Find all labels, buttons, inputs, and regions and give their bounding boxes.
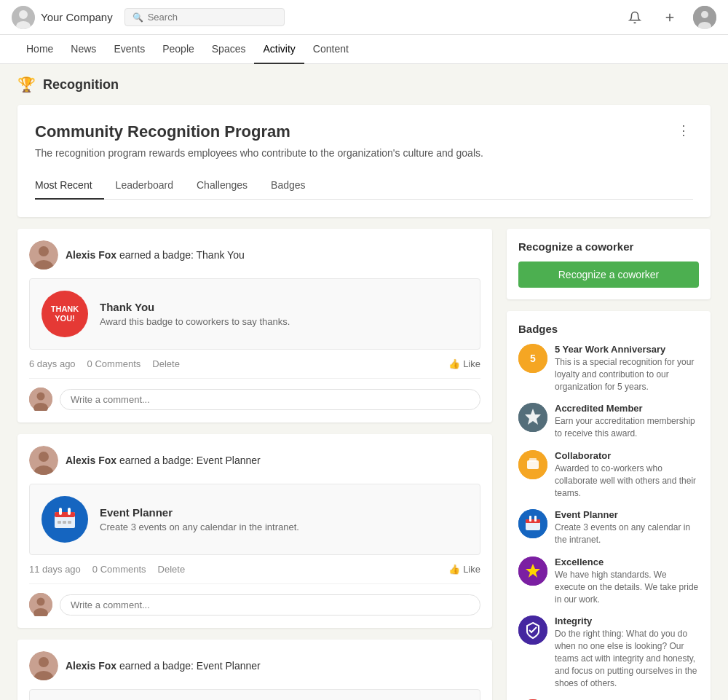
badge-list-info: Event Planner Create 3 events on any cal… [555,509,699,546]
recognize-coworker-button[interactable]: Recognize a coworker [518,261,699,288]
trophy-icon: 🏆 [17,76,36,93]
event-planner-badge-icon [518,509,547,538]
activity-card: Alexis Fox earned a badge: Thank You THA… [17,229,492,422]
svg-point-28 [39,657,49,667]
avatar [29,651,58,680]
badge-list-name: Integrity [555,616,699,626]
company-avatar [12,6,35,29]
badge-name: Thank You [100,301,290,313]
program-description: The recognition program rewards employee… [35,147,693,159]
nav-item-content[interactable]: Content [304,35,357,64]
top-bar: Your Company 🔍 [0,0,728,35]
list-item: 5 5 Year Work Anniversary This is a spec… [518,344,699,393]
list-item: Excellence We have high standards. We ex… [518,557,699,605]
program-card: ⋮ Community Recognition Program The reco… [17,105,711,217]
activity-title: Alexis Fox earned a badge: Event Planner [66,455,261,466]
page-title: Recognition [43,77,119,93]
content-grid: Alexis Fox earned a badge: Thank You THA… [0,229,728,700]
delete-link[interactable]: Delete [158,564,186,575]
search-bar[interactable]: 🔍 [124,8,285,26]
program-tabs: Most Recent Leaderboard Challenges Badge… [35,173,693,200]
like-icon: 👍 [448,358,460,369]
comment-input[interactable] [60,594,480,616]
badge-list-desc: Awarded to co-workers who collaborate we… [555,463,699,499]
company-logo[interactable]: Your Company [12,6,113,29]
tab-leaderboard[interactable]: Leaderboard [104,173,185,200]
badge-list-name: Accredited Member [555,403,699,414]
badge-list-desc: This is a special recognition for your l… [555,356,699,393]
comment-row [29,583,480,616]
activity-card: Alexis Fox earned a badge: Event Planner [17,434,492,628]
svg-rect-22 [63,521,66,524]
badge-list-name: Excellence [555,557,699,567]
accredited-badge-icon [518,403,547,432]
like-button[interactable]: 👍 Like [448,564,480,575]
page-header: 🏆 Recognition [0,64,728,105]
tab-most-recent[interactable]: Most Recent [35,173,104,200]
commenter-avatar [29,593,52,616]
svg-rect-20 [68,508,71,515]
tab-badges[interactable]: Badges [259,173,317,200]
user-avatar[interactable] [693,6,716,29]
feed-column: Alexis Fox earned a badge: Thank You THA… [17,229,492,700]
integrity-badge-icon [518,616,547,645]
svg-rect-46 [529,458,537,462]
badge-list-name: 5 Year Work Anniversary [555,344,699,355]
activity-title: Alexis Fox earned a badge: Thank You [66,249,245,261]
list-item: Accredited Member Earn your accreditatio… [518,403,699,440]
excellence-badge-icon [518,557,547,586]
delete-link[interactable]: Delete [152,358,180,369]
svg-rect-49 [526,519,540,523]
svg-point-9 [39,246,49,256]
sidebar-column: Recognize a coworker Recognize a coworke… [507,229,711,700]
badge-list-name: Event Planner [555,509,699,520]
svg-point-6 [701,11,708,18]
search-icon: 🔍 [132,12,143,23]
badge-list-desc: We have high standards. We execute on th… [555,569,699,605]
nav-item-spaces[interactable]: Spaces [203,35,255,64]
comments-link[interactable]: 0 Comments [92,564,146,575]
badge-list-desc: Earn your accreditation membership to re… [555,415,699,440]
collaborator-badge-icon [518,450,547,479]
svg-rect-51 [534,516,537,522]
search-input[interactable] [148,12,277,23]
activity-footer: 11 days ago 0 Comments Delete 👍 Like [29,564,480,575]
more-options-button[interactable]: ⋮ [671,119,696,141]
badge-list-info: 5 Year Work Anniversary This is a specia… [555,344,699,393]
thank-you-badge-icon: THANKYOU! [41,291,88,337]
nav-item-news[interactable]: News [62,35,105,64]
nav-item-events[interactable]: Events [105,35,154,64]
svg-point-25 [37,598,45,606]
program-title: Community Recognition Program [35,122,693,141]
add-button[interactable] [658,6,681,29]
activity-footer: 6 days ago 0 Comments Delete 👍 Like [29,358,480,369]
badge-list-info: Excellence We have high standards. We ex… [555,557,699,605]
badge-info: Event Planner Create 3 events on any cal… [100,506,299,532]
event-planner-badge-icon [41,496,88,543]
svg-text:5: 5 [530,353,536,364]
comments-link[interactable]: 0 Comments [87,358,141,369]
list-item: Integrity Do the right thing: What do yo… [518,616,699,689]
avatar [29,446,58,475]
nav-item-people[interactable]: People [154,35,203,64]
activity-header: Alexis Fox earned a badge: Thank You [29,240,480,270]
commenter-avatar [29,388,52,411]
tab-challenges[interactable]: Challenges [185,173,259,200]
svg-point-12 [37,393,45,401]
top-bar-right [623,6,716,29]
nav-item-activity[interactable]: Activity [254,35,304,64]
svg-point-15 [39,452,49,462]
badge-list-info: Collaborator Awarded to co-workers who c… [555,450,699,499]
badges-section: Badges 5 5 Year Work Anniversary This is… [507,311,711,700]
svg-point-1 [19,10,28,19]
notifications-button[interactable] [623,6,646,29]
like-button[interactable]: 👍 Like [448,358,480,369]
svg-rect-18 [55,512,75,517]
activity-title: Alexis Fox earned a badge: Event Planner [66,660,261,672]
badge-list-info: Integrity Do the right thing: What do yo… [555,616,699,689]
comment-input[interactable] [60,389,480,410]
nav-item-home[interactable]: Home [17,35,62,64]
badge-name: Event Planner [100,506,299,519]
svg-rect-50 [529,516,531,522]
badge-list-desc: Do the right thing: What do you do when … [555,628,699,689]
